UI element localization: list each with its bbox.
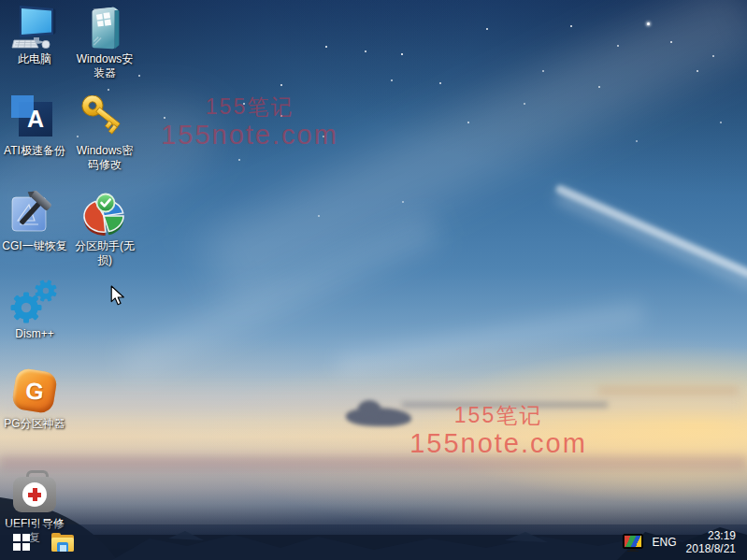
desktop-icon-label: CGI一键恢复 [2, 239, 66, 253]
stars [0, 0, 2, 2]
windows-start-icon [13, 534, 30, 551]
clock[interactable]: 23:19 2018/8/21 [686, 529, 736, 555]
desktop-icon-pg-partition[interactable]: G PG分区神器 [0, 368, 74, 431]
start-button[interactable] [0, 524, 43, 560]
desktop-icon-label: 分区助手(无损) [74, 239, 136, 267]
desktop: 155笔记 155note.com 155笔记 155note.com 此电脑 [0, 0, 747, 560]
dism-icon [10, 279, 59, 325]
ati-backup-icon: A [10, 95, 59, 142]
windows-installer-icon [80, 4, 129, 50]
desktop-icon-partition-assistant[interactable]: 分区助手(无损) [65, 191, 144, 267]
wallpaper [0, 0, 747, 560]
pg-partition-icon: G [10, 368, 59, 415]
this-pc-icon [10, 4, 59, 50]
uefi-repair-icon [10, 468, 59, 515]
ati-letter: A [19, 102, 52, 136]
desktop-icon-label: PG分区神器 [4, 417, 65, 431]
desktop-icon-windows-installer[interactable]: Windows安装器 [65, 4, 144, 80]
language-indicator[interactable]: ENG [653, 536, 677, 549]
clock-time: 23:19 [686, 529, 736, 542]
desktop-icon-ati-backup[interactable]: A ATI极速备份 [0, 95, 74, 158]
partition-assistant-icon [80, 191, 129, 237]
desktop-icon-label: Windows安装器 [74, 52, 136, 80]
desktop-icon-label: 此电脑 [18, 52, 51, 66]
bright-star [647, 22, 650, 25]
desktop-icon-dism[interactable]: Dism++ [0, 279, 74, 341]
desktop-icon-windows-password[interactable]: Windows密码修改 [65, 95, 144, 172]
system-tray: ENG 23:19 2018/8/21 [623, 529, 736, 555]
display-tray-icon[interactable] [623, 534, 643, 552]
taskbar: ENG 23:19 2018/8/21 [0, 524, 747, 560]
windows-password-key-icon [80, 95, 129, 142]
cgi-recovery-icon [10, 191, 59, 237]
desktop-icon-label: Dism++ [15, 327, 53, 341]
file-explorer-button[interactable] [43, 524, 82, 560]
clock-date: 2018/8/21 [686, 542, 736, 555]
desktop-icon-this-pc[interactable]: 此电脑 [0, 4, 74, 66]
pg-letter: G [12, 368, 57, 413]
desktop-icon-label: ATI极速备份 [4, 144, 65, 158]
mouse-cursor [110, 285, 125, 306]
desktop-icon-label: Windows密码修改 [74, 144, 136, 172]
folder-icon [51, 533, 74, 552]
desktop-icon-cgi-recovery[interactable]: CGI一键恢复 [0, 191, 74, 253]
